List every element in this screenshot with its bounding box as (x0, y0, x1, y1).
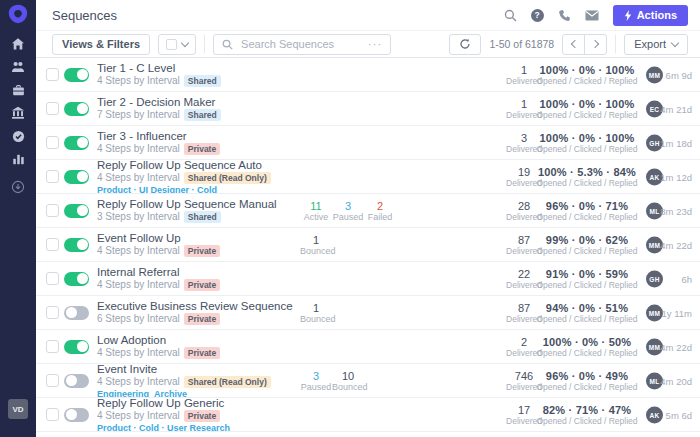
sequence-row: Internal Referral 4 Steps by Interval Pr… (36, 262, 700, 296)
toolbar-right: 1-50 of 61878 Export (449, 34, 688, 55)
email-button[interactable] (585, 10, 599, 21)
sequence-toggle[interactable] (64, 204, 89, 218)
toggle-knob (66, 307, 77, 318)
sequence-toggle[interactable] (64, 102, 89, 116)
chevron-right-icon (590, 40, 598, 48)
rates-values: 100% · 0% · 100% (521, 98, 653, 110)
row-checkbox[interactable] (46, 204, 59, 217)
rates-stat: 94% · 0% · 51% Opened / Clicked / Replie… (521, 302, 653, 324)
sequence-steps: 4 Steps by Interval (97, 76, 180, 86)
outreach-logo[interactable] (7, 3, 29, 25)
last-activity-time: 8m 23d (642, 205, 692, 216)
rates-stat: 100% · 0% · 100% Opened / Clicked / Repl… (521, 64, 653, 86)
row-checkbox[interactable] (46, 238, 59, 251)
row-checkbox[interactable] (46, 136, 59, 149)
sequence-toggle[interactable] (64, 272, 89, 286)
sequence-name[interactable]: Event Follow Up (97, 232, 220, 244)
state-stats: 3Paused10Bounced (300, 364, 364, 397)
sequence-tags[interactable]: Product · Cold · User Research (97, 424, 230, 433)
row-checkbox[interactable] (46, 306, 59, 319)
sequence-row: Tier 1 - C Level 4 Steps by Interval Sha… (36, 58, 700, 92)
state-stats: 11Active3Paused2Failed (300, 194, 396, 227)
sequence-tags[interactable]: Product · UI Designer · Cold (97, 186, 271, 195)
sequence-toggle[interactable] (64, 374, 89, 388)
search-input[interactable] (239, 37, 362, 51)
sequence-steps: 7 Steps by Interval (97, 110, 180, 120)
toggle-knob (66, 375, 77, 386)
sequence-name[interactable]: Tier 2 - Decision Maker (97, 96, 221, 108)
sidebar: VD (0, 0, 36, 437)
prev-page-button[interactable] (562, 34, 585, 55)
user-avatar[interactable]: VD (8, 399, 28, 419)
sequence-toggle[interactable] (64, 408, 89, 422)
actions-button[interactable]: Actions (613, 5, 688, 26)
rates-stat: 100% · 0% · 100% Opened / Clicked / Repl… (521, 132, 653, 154)
row-checkbox[interactable] (46, 272, 59, 285)
briefcase-icon (12, 84, 25, 97)
rates-stat: 99% · 0% · 62% Opened / Clicked / Replie… (521, 234, 653, 256)
chevron-down-icon (181, 38, 189, 46)
sequence-tags[interactable]: Engineering_Archive (97, 390, 271, 399)
state-stat: 1Bounced (300, 302, 332, 324)
toggle-knob (77, 69, 88, 80)
call-button[interactable] (558, 9, 571, 22)
sequence-toggle[interactable] (64, 68, 89, 82)
row-checkbox[interactable] (46, 340, 59, 353)
sequence-name[interactable]: Tier 3 - Influencer (97, 130, 220, 142)
next-page-button[interactable] (584, 34, 607, 55)
search-options-icon[interactable]: ··· (368, 39, 382, 50)
sequence-steps: 4 Steps by Interval (97, 144, 180, 154)
row-checkbox[interactable] (46, 408, 59, 421)
rates-stat: 91% · 0% · 59% Opened / Clicked / Replie… (521, 268, 653, 290)
sequence-row: Tier 3 - Influencer 4 Steps by Interval … (36, 126, 700, 160)
sidebar-item-prospects[interactable] (8, 60, 28, 74)
chevron-left-icon (570, 40, 578, 48)
sequence-name[interactable]: Internal Referral (97, 266, 220, 278)
row-checkbox[interactable] (46, 102, 59, 115)
sequence-name[interactable]: Event Invite (97, 364, 271, 375)
select-all-dropdown[interactable] (158, 34, 196, 55)
sequence-toggle[interactable] (64, 170, 89, 184)
sequence-toggle[interactable] (64, 238, 89, 252)
sequence-steps: 4 Steps by Interval (97, 246, 180, 256)
refresh-button[interactable] (449, 34, 481, 55)
sequence-name[interactable]: Executive Business Review Sequence (97, 300, 293, 312)
sidebar-item-home[interactable] (8, 37, 28, 51)
toggle-knob (77, 341, 88, 352)
sidebar-item-accounts[interactable] (8, 106, 28, 120)
sidebar-item-opportunities[interactable] (8, 83, 28, 97)
visibility-badge: Private (184, 245, 220, 257)
export-button[interactable]: Export (624, 34, 688, 55)
sequence-toggle[interactable] (64, 136, 89, 150)
state-stat: 10Bounced (332, 370, 364, 392)
row-checkbox[interactable] (46, 68, 59, 81)
row-checkbox[interactable] (46, 170, 59, 183)
header-icons: ? Actions (504, 5, 688, 26)
global-search-button[interactable] (504, 9, 517, 22)
sequence-name[interactable]: Reply Follow Up Sequence Manual (97, 198, 277, 210)
sequence-row: Inbound Sequence 1 Delivered 100% · 0% ·… (36, 432, 700, 437)
toggle-knob (77, 103, 88, 114)
row-checkbox[interactable] (46, 374, 59, 387)
visibility-badge: Private (184, 313, 220, 325)
rates-stat: 96% · 0% · 71% Opened / Clicked / Replie… (521, 200, 653, 222)
views-filters-button[interactable]: Views & Filters (52, 34, 150, 55)
sidebar-nav (8, 37, 28, 194)
sidebar-item-reports[interactable] (8, 152, 28, 166)
help-button[interactable]: ? (531, 9, 544, 22)
last-activity-time: 4m 20d (642, 375, 692, 386)
sequence-name[interactable]: Reply Follow Up Generic (97, 398, 230, 409)
sequence-info: Internal Referral 4 Steps by Interval Pr… (97, 262, 220, 295)
sequence-name[interactable]: Reply Follow Up Sequence Auto (97, 160, 271, 171)
sequence-toggle[interactable] (64, 340, 89, 354)
sequence-row: Tier 2 - Decision Maker 7 Steps by Inter… (36, 92, 700, 126)
rates-label: Opened / Clicked / Replied (521, 179, 653, 188)
sequence-name[interactable]: Tier 1 - C Level (97, 62, 221, 74)
sidebar-item-tasks[interactable] (8, 129, 28, 143)
visibility-badge: Shared (Read Only) (184, 172, 271, 184)
sidebar-item-import[interactable] (8, 180, 28, 194)
sequence-toggle[interactable] (64, 306, 89, 320)
sequence-name[interactable]: Low Adoption (97, 334, 220, 346)
toggle-knob (77, 171, 88, 182)
rates-label: Opened / Clicked / Replied (521, 111, 653, 120)
